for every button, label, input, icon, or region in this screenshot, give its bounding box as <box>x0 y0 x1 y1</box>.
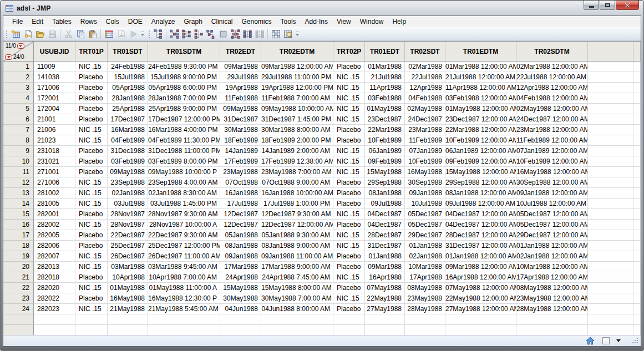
cell-tr02edt[interactable] <box>220 314 261 325</box>
cell-tr01sdt[interactable]: 21May1988 <box>108 304 148 314</box>
cell-tr01edt[interactable]: 09Feb1989 <box>365 156 405 167</box>
cell-tr02sdt[interactable]: 09Jan1988 <box>405 188 445 199</box>
cell-usubjid[interactable]: 172001 <box>34 93 75 104</box>
cell-usubjid[interactable]: 231021 <box>34 156 75 167</box>
cell-tr01sdt[interactable]: 16Mar1988 <box>108 125 148 135</box>
row-number[interactable]: 18 <box>3 241 34 251</box>
row-number[interactable]: 4 <box>3 93 34 104</box>
cell-usubjid[interactable]: 282005 <box>34 230 75 241</box>
cell-tr01sdt[interactable]: 02Jan1988 <box>108 188 148 199</box>
cell-tr01sdt[interactable]: 04Feb1989 <box>108 135 148 146</box>
cell-trt02p[interactable]: Placebo <box>333 188 365 199</box>
row-number[interactable]: 13 <box>3 188 34 199</box>
cell-trt01p[interactable]: NIC .15 <box>75 177 108 188</box>
cell-tr01sdtm[interactable]: 28Nov1987 10:00:00 A <box>148 220 220 230</box>
diagram-matrix-icon[interactable] <box>241 28 253 40</box>
row-number[interactable]: 5 <box>3 104 34 114</box>
cell-tr02sdt[interactable]: 02Jan1988 <box>405 251 445 262</box>
cell-tr01edt[interactable]: 22Mar1988 <box>365 125 405 135</box>
cell-tr01edt[interactable]: 22May1988 <box>365 293 405 304</box>
cell-usubjid[interactable]: 171006 <box>34 83 75 93</box>
cell-tr01sdt[interactable]: 05Apr1988 <box>108 83 148 93</box>
cell-tr02sdtm[interactable]: 28May1988 12:00:00 AM <box>516 304 588 314</box>
cell-tr01sdtm[interactable]: 03Jul1988 1:45:00 PM <box>148 199 220 209</box>
cell-tr02edtm[interactable]: 30Mar1988 8:00:00 AM <box>261 125 333 135</box>
cell-tr02sdtm[interactable]: 23Mar1988 12:00:00 AM <box>516 125 588 135</box>
cell-tr02sdt[interactable]: 28May1988 <box>405 304 445 314</box>
cell-usubjid[interactable]: 21001 <box>34 114 75 125</box>
cell-tr01sdtm[interactable]: 17Dec1987 12:00:00 PM <box>148 114 220 125</box>
cell-tr02sdtm[interactable]: 29Dec1987 12:00:00 AM <box>516 230 588 241</box>
save-icon[interactable] <box>46 28 58 40</box>
cell-tr02edt[interactable]: 12Dec1987 <box>220 209 261 220</box>
cell-tr01sdt[interactable]: 28Nov1987 <box>108 209 148 220</box>
cell-tr01edt[interactable]: 28Dec1987 <box>365 230 405 241</box>
cell-tr01edt[interactable]: 16Apr1988 <box>365 272 405 283</box>
cell-trt01p[interactable]: Placebo <box>75 293 108 304</box>
column-header-trt01p[interactable]: TRT01P <box>75 42 108 62</box>
cell-trt01p[interactable]: Placebo <box>75 146 108 156</box>
cell-tr01edtm[interactable]: 01May1988 12:00:00 AM <box>445 104 516 114</box>
cell-tr01edtm[interactable]: 01Jan1988 12:00:00 AM <box>445 251 516 262</box>
cell-tr01edt[interactable]: 15May1988 <box>365 167 405 177</box>
cell-trt02p[interactable]: Placebo <box>333 177 365 188</box>
cell-tr02edtm[interactable]: 12Dec1987 9:30:00 AM <box>261 209 333 220</box>
cell-tr01edt[interactable]: 01May1988 <box>365 104 405 114</box>
cell-tr02edt[interactable]: 12Dec1987 <box>220 220 261 230</box>
cell-tr01sdtm[interactable]: 26Dec1987 11:00:00 AM <box>148 251 220 262</box>
resize-grip[interactable] <box>632 338 639 344</box>
cell-usubjid[interactable]: 282002 <box>34 220 75 230</box>
cell-tr02edtm[interactable]: 07Oct1988 9:00:00 AM <box>261 177 333 188</box>
cell-trt02p[interactable]: NIC .15 <box>333 167 365 177</box>
cell-tr02edtm[interactable]: 12Dec1987 12:00:00 AM <box>261 220 333 230</box>
cell-trt01p[interactable]: NIC .15 <box>75 62 108 72</box>
cell-tr02edtm[interactable]: 04Jun1988 8:00:00 AM <box>261 304 333 314</box>
cell-tr02edt[interactable] <box>220 325 261 335</box>
cell-tr01sdtm[interactable]: 02Jan1988 8:30:00 AM <box>148 188 220 199</box>
cell-trt02p[interactable]: NIC .15 <box>333 272 365 283</box>
row-number[interactable]: 9 <box>3 146 34 156</box>
cell-tr02sdt[interactable]: 30Sep1988 <box>405 177 445 188</box>
cell-tr02edt[interactable]: 18Feb1989 <box>220 135 261 146</box>
column-header-tr02sdtm[interactable]: TR02SDTM <box>516 42 588 62</box>
paste-icon[interactable] <box>87 28 99 40</box>
row-number[interactable]: 20 <box>3 262 34 272</box>
menu-item-clinical[interactable]: Clinical <box>207 17 237 27</box>
dropdown-arrow-icon[interactable] <box>616 339 621 342</box>
row-number[interactable]: 2 <box>3 72 34 83</box>
cell-tr01sdt[interactable]: 28Nov1987 <box>108 220 148 230</box>
cell-tr02sdt[interactable]: 10Mar1988 <box>405 262 445 272</box>
cell-tr01edtm[interactable]: 22Mar1988 12:00:00 AM <box>445 125 516 135</box>
cell-usubjid[interactable]: 281002 <box>34 188 75 199</box>
cell-tr01sdtm[interactable]: 24Feb1988 9:30:00 PM <box>148 62 220 72</box>
menu-item-graph[interactable]: Graph <box>179 17 206 27</box>
row-number[interactable]: 7 <box>3 125 34 135</box>
cell-tr02sdtm[interactable]: 24Dec1987 12:00:00 AM <box>516 114 588 125</box>
data-table-icon[interactable] <box>103 28 115 40</box>
cell-trt02p[interactable]: Placebo <box>333 199 365 209</box>
cell-tr02sdtm[interactable]: 02Jan1988 12:00:00 AM <box>516 251 588 262</box>
cell-tr01edtm[interactable]: 07May1988 12:00:00 AM <box>445 283 516 293</box>
cell-tr01edtm[interactable]: 22May1988 12:00:00 AM <box>445 293 516 304</box>
new-data-table-icon[interactable] <box>9 28 22 40</box>
column-header-trt02p[interactable]: TRT02P <box>333 42 365 62</box>
column-header-tr02edt[interactable]: TR02EDT <box>220 42 261 62</box>
cell-tr02sdtm[interactable]: 10Jul1988 12:00:00 AM <box>516 199 588 209</box>
cell-tr01sdtm[interactable]: 09May1988 10:00:00 P <box>148 167 220 177</box>
cell-tr02sdt[interactable]: 08May1988 <box>405 283 445 293</box>
cell-tr01sdtm[interactable]: 21May1988 5:45:00 AM <box>148 304 220 314</box>
row-number[interactable]: 21 <box>3 272 34 283</box>
cell-tr01sdtm[interactable]: 15Jul1988 9:00:00 PM <box>148 72 220 83</box>
cell-tr01edtm[interactable]: 29Sep1988 12:00:00 AM <box>445 177 516 188</box>
cell-tr01edtm[interactable] <box>445 325 516 335</box>
diagram-branch-icon[interactable] <box>168 28 180 40</box>
panel-button[interactable] <box>602 337 610 344</box>
menu-item-edit[interactable]: Edit <box>27 17 48 27</box>
cell-tr01edtm[interactable]: 16Apr1988 12:00:00 AM <box>445 272 516 283</box>
cell-tr02edt[interactable]: 30May1988 <box>220 293 261 304</box>
cell-tr01edtm[interactable]: 03Feb1988 12:00:00 AM <box>445 93 516 104</box>
cell-tr02edt[interactable]: 09May1988 <box>220 104 261 114</box>
cell-trt01p[interactable]: Placebo <box>75 83 108 93</box>
cell-tr02edt[interactable]: 31Dec1987 <box>220 114 261 125</box>
cell-tr01sdtm[interactable]: 25Dec1987 12:00:00 PM <box>148 241 220 251</box>
